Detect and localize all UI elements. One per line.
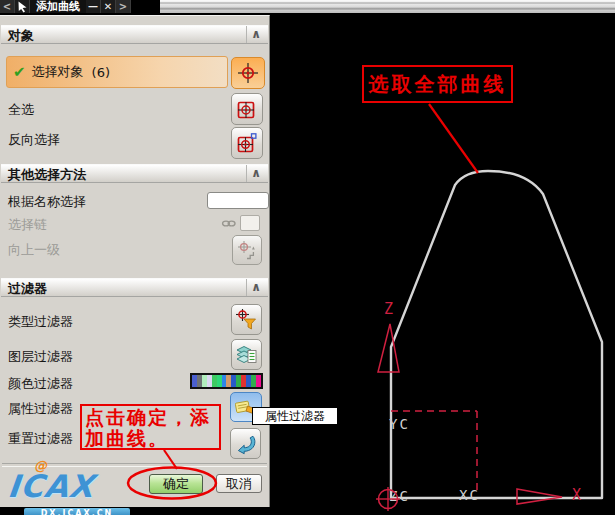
x-axis-arrow xyxy=(517,489,562,504)
z-axis-label: Z xyxy=(384,300,393,318)
annotation-click-ok-line2: 加曲线。 xyxy=(85,428,219,449)
annotation-click-ok: 点击确定，添 加曲线。 xyxy=(80,404,221,450)
z-axis-arrow xyxy=(378,324,399,372)
curve-profile[interactable] xyxy=(391,171,602,498)
annotation-select-curves: 选取全部曲线 xyxy=(362,65,513,103)
attribute-filter-tooltip: 属性过滤器 xyxy=(252,407,338,425)
annotation-click-ok-line1: 点击确定，添 xyxy=(85,407,219,428)
app-window: < 添加曲线 — ✕ > Z YC ZC XC X 对象 ∧ xyxy=(0,0,615,515)
yc-axis-label: YC xyxy=(389,416,410,432)
x-axis-label: X xyxy=(572,486,581,504)
xc-axis-label: XC xyxy=(459,487,480,503)
